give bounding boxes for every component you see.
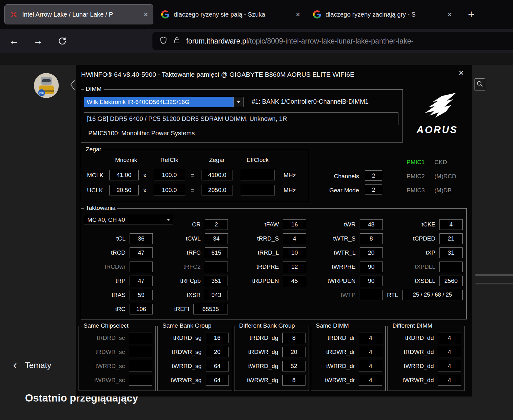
- mclk-refclk: 100.0: [154, 170, 185, 180]
- channels-label: Channels: [317, 173, 359, 180]
- address-bar[interactable]: forum.ithardware.pl/topic/8009-intel-arr…: [152, 32, 513, 50]
- timing-tCL: tCL36: [81, 231, 153, 246]
- timing-tRDPDEN: tRDPDEN45: [228, 274, 306, 288]
- timing-tWRWR_dr: tWRWR_dr4: [311, 375, 385, 386]
- tab-close-icon[interactable]: ×: [447, 11, 452, 18]
- same-dimm-group: Same DIMM tRDRD_dr4 tRDWR_dr4 tWRRD_dr4 …: [311, 326, 386, 391]
- different-dimm-group: Different DIMM tRDRD_dd4 tRDWR_dd4 tWRRD…: [387, 326, 464, 391]
- timing-tCPDED: tCPDED21: [383, 231, 463, 246]
- url-text: forum.ithardware.pl/topic/8009-intel-arr…: [186, 37, 413, 45]
- timing-tWRWR_dd: tWRWR_dd4: [388, 375, 464, 386]
- timing-value-box: 21: [439, 233, 463, 244]
- tab-forum-topic[interactable]: Intel Arrow Lake / Lunar Lake / P ×: [4, 4, 153, 24]
- page-text-fragment: [475, 283, 513, 284]
- shield-icon[interactable]: [159, 36, 167, 46]
- timing-value-box: 106: [130, 304, 153, 314]
- lock-icon[interactable]: [173, 36, 181, 46]
- timing-value-box: 615: [205, 247, 228, 258]
- forward-icon[interactable]: →: [27, 29, 49, 53]
- hwinfo-window-title: HWiNFO® 64 v8.40-5900 - Taktowanie pamię…: [81, 71, 354, 78]
- back-to-topics-link[interactable]: ‹ Tematy: [13, 360, 51, 371]
- timing-value-box: [129, 333, 152, 343]
- hwinfo-close-icon[interactable]: ×: [458, 68, 464, 77]
- timing-value-box: 36: [130, 233, 153, 244]
- dimm-info-field: [16 GB] DDR5-6400 / PC5-51200 DDR5 SDRAM…: [84, 112, 398, 125]
- timings-group: Taktowania MC #0, CH #0 CR2 tFAW16 tWR48…: [81, 208, 467, 319]
- mclk-multiplier: 41.00: [109, 170, 139, 180]
- url-path: /topic/8009-intel-arrow-lake-lunar-lake-…: [248, 37, 413, 45]
- same-chipselect-group: Same Chipselect tRDRD_sc tRDWR_sc tWRRD_…: [79, 326, 156, 391]
- timing-value-box: [360, 290, 383, 300]
- timing-tWTR_S: tWTR_S8: [306, 231, 383, 246]
- dropdown-arrow-icon[interactable]: [233, 97, 243, 107]
- timing-value-box: 16: [206, 333, 229, 343]
- uclk-label: UCLK: [87, 187, 103, 194]
- timing-RTL: RTL25 / 25 / 68 / 25: [383, 288, 463, 302]
- dimm-pmic-label: PMIC5100: Monolithic Power Systems: [88, 130, 195, 137]
- mclk-unit: MHz: [284, 172, 296, 179]
- channels-value: 2: [365, 170, 382, 181]
- timing-value-box: 47: [130, 276, 153, 286]
- mdb-status: (M)DB: [434, 187, 452, 194]
- equals-sign: =: [191, 172, 194, 179]
- browser-window: Intel Arrow Lake / Lunar Lake / P × dlac…: [0, 0, 513, 420]
- google-icon: [161, 10, 169, 18]
- times-sign: x: [143, 172, 146, 179]
- new-tab-button[interactable]: +: [468, 9, 475, 20]
- times-sign: x: [143, 187, 146, 194]
- pmic1-status: PMIC1: [407, 159, 425, 166]
- col-header-multiplier: Mnożnik: [115, 157, 137, 163]
- uclk-multiplier: 20.50: [109, 185, 139, 195]
- timing-value-box: 65535: [193, 304, 228, 314]
- url-domain: forum.ithardware.pl: [186, 37, 248, 45]
- timing-value-box: 4: [359, 333, 382, 343]
- timing-value-box: 59: [130, 290, 153, 300]
- timing-value-box: 8: [282, 375, 305, 386]
- timing-tWRWR_sg: tWRWR_sg64: [158, 375, 232, 386]
- timing-tXSDLL: tXSDLL2560: [383, 274, 463, 288]
- timing-value-box: 8: [282, 333, 305, 343]
- timing-value-box: [129, 361, 152, 371]
- uclk-clock: 2050.0: [202, 185, 233, 195]
- timing-tRDRD_dr: tRDRD_dr4: [311, 333, 385, 343]
- user-avatar[interactable]: intel: [34, 73, 59, 98]
- image-zoom-button[interactable]: [475, 78, 485, 91]
- reload-icon[interactable]: [51, 29, 73, 53]
- timing-tWRRD_sg: tWRRD_sg64: [158, 361, 232, 371]
- back-icon[interactable]: ←: [3, 29, 25, 53]
- uclk-unit: MHz: [284, 187, 296, 194]
- timing-tXP: tXP31: [383, 246, 463, 260]
- navigation-bar: ← → forum.ithardware.pl/topic/8009-intel…: [0, 29, 513, 53]
- timing-tWTR_L: tWTR_L20: [306, 246, 383, 260]
- timing-tRC: tRC106: [81, 302, 153, 316]
- tab-close-icon[interactable]: ×: [143, 11, 148, 18]
- tab-google-search-1[interactable]: dlaczego ryzeny sie palą - Szuka ×: [156, 4, 305, 24]
- timing-tRDRD_dd: tRDRD_dd4: [388, 333, 464, 343]
- timing-value-box: 34: [205, 233, 228, 244]
- tab-close-icon[interactable]: ×: [295, 11, 300, 18]
- timing-tRCDwr: tRCDwr: [81, 260, 153, 274]
- timing-value-box: 52: [282, 361, 305, 371]
- timing-value-box: 90: [360, 262, 383, 272]
- timing-tRFC2: tRFC2: [153, 260, 228, 274]
- timing-value-box: 25 / 25 / 68 / 25: [402, 290, 463, 300]
- page-top-strip: [0, 53, 513, 65]
- timing-tWRPDEN: tWRPDEN90: [306, 274, 383, 288]
- timing-value-box: 4: [439, 219, 463, 230]
- timing-value-box: 4: [359, 361, 382, 371]
- aorus-logo: AORUS: [413, 91, 461, 136]
- timing-value-box: 4: [438, 333, 461, 343]
- dimm-select[interactable]: Wilk Elektronik IR-6400D564L32S/16G: [84, 97, 244, 107]
- aorus-falcon-icon: [417, 91, 458, 122]
- different-bank-group: Different Bank Group tRDRD_dg8 tRDWR_dg2…: [234, 326, 309, 391]
- timing-value-box: 4: [438, 375, 461, 386]
- timing-tRAS: tRAS59: [81, 288, 153, 302]
- timing-tWRWR_sc: tWRWR_sc: [79, 375, 155, 386]
- tab-google-search-2[interactable]: dlaczego ryzeny zacinają gry - S ×: [308, 4, 457, 24]
- timing-tWRRD_dr: tWRRD_dr4: [311, 361, 385, 371]
- timing-tRDRD_sc: tRDRD_sc: [79, 333, 155, 343]
- equals-sign: =: [191, 187, 194, 194]
- svg-text:intel: intel: [39, 91, 44, 94]
- timing-value-box: 4: [283, 233, 306, 244]
- timing-CR: CR2: [153, 217, 228, 231]
